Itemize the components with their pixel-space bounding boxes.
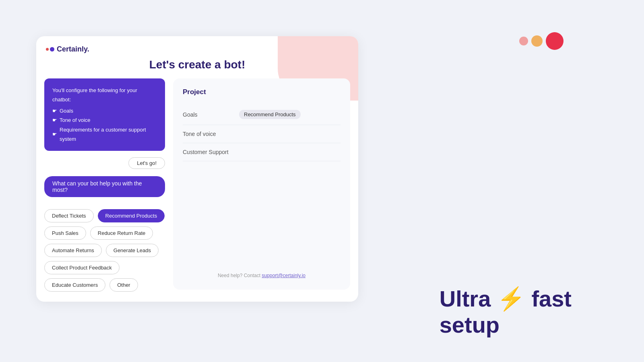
project-row-support: Customer Support xyxy=(183,143,341,161)
logo-dot-large xyxy=(50,47,54,51)
logo-text: Certainly. xyxy=(57,45,89,53)
tone-emoji: ☛ xyxy=(52,115,57,125)
goals-emoji: ☛ xyxy=(52,106,57,115)
info-item-tone: ☛ Tone of voice xyxy=(52,115,157,125)
req-emoji: ☛ xyxy=(52,130,57,139)
options-row-4: Collect Product Feedback xyxy=(44,261,165,274)
question-box: What can your bot help you with the most… xyxy=(44,176,165,197)
project-goals-value: Recommend Products xyxy=(239,110,301,119)
project-tone-label: Tone of voice xyxy=(183,131,239,137)
options-row-3: Automate Returns Generate Leads xyxy=(44,244,165,257)
option-push-sales[interactable]: Push Sales xyxy=(44,226,86,240)
option-automate-returns[interactable]: Automate Returns xyxy=(44,244,102,257)
options-row-5: Educate Customers Other xyxy=(44,278,165,292)
lightning-icon: ⚡ xyxy=(497,286,525,311)
lets-go-row: Let's go! xyxy=(44,157,165,169)
circle-red xyxy=(546,32,564,50)
page-title: Let's create a bot! xyxy=(36,58,358,71)
project-goals-label: Goals xyxy=(183,111,239,118)
project-row-goals: Goals Recommend Products xyxy=(183,104,341,125)
help-prefix: Need help? Contact xyxy=(218,273,262,278)
req-label: Requirements for a customer support syst… xyxy=(60,125,157,144)
help-text: Need help? Contact support@certainly.io xyxy=(173,273,350,278)
project-title: Project xyxy=(183,88,341,96)
right-panel: Project Goals Recommend Products Tone of… xyxy=(173,78,350,290)
logo: Certainly. xyxy=(46,45,89,53)
options-row-2: Push Sales Reduce Return Rate xyxy=(44,226,165,240)
option-reduce-return-rate[interactable]: Reduce Return Rate xyxy=(90,226,153,240)
ultra-fast-text: Ultra ⚡ fast setup xyxy=(440,286,572,338)
option-deflect-tickets[interactable]: Deflect Tickets xyxy=(44,209,94,222)
circle-pink xyxy=(519,37,528,45)
info-item-requirements: ☛ Requirements for a customer support sy… xyxy=(52,125,157,144)
option-recommend-products[interactable]: Recommend Products xyxy=(98,209,165,222)
info-item-goals: ☛ Goals xyxy=(52,106,157,115)
option-generate-leads[interactable]: Generate Leads xyxy=(106,244,159,257)
circle-orange xyxy=(531,35,543,47)
decorative-circles xyxy=(519,32,564,50)
info-box-intro: You'll configure the following for your … xyxy=(52,86,157,105)
option-other[interactable]: Other xyxy=(109,278,138,292)
ultra-fast-line2: setup xyxy=(440,312,572,338)
main-card: Certainly. Let's create a bot! You'll co… xyxy=(36,36,358,302)
goals-label: Goals xyxy=(60,106,73,115)
tone-label: Tone of voice xyxy=(60,115,91,125)
project-support-label: Customer Support xyxy=(183,149,239,155)
left-panel: You'll configure the following for your … xyxy=(44,78,165,292)
help-link[interactable]: support@certainly.io xyxy=(262,273,305,278)
ultra-fast-line1: Ultra ⚡ fast xyxy=(440,286,572,312)
lets-go-button[interactable]: Let's go! xyxy=(128,157,165,169)
logo-dot-small xyxy=(46,48,49,51)
project-row-tone: Tone of voice xyxy=(183,125,341,143)
option-educate-customers[interactable]: Educate Customers xyxy=(44,278,105,292)
logo-dots xyxy=(46,47,54,51)
option-collect-feedback[interactable]: Collect Product Feedback xyxy=(44,261,120,274)
options-area: Deflect Tickets Recommend Products Push … xyxy=(44,209,165,292)
info-box: You'll configure the following for your … xyxy=(44,78,165,151)
options-row-1: Deflect Tickets Recommend Products xyxy=(44,209,165,222)
